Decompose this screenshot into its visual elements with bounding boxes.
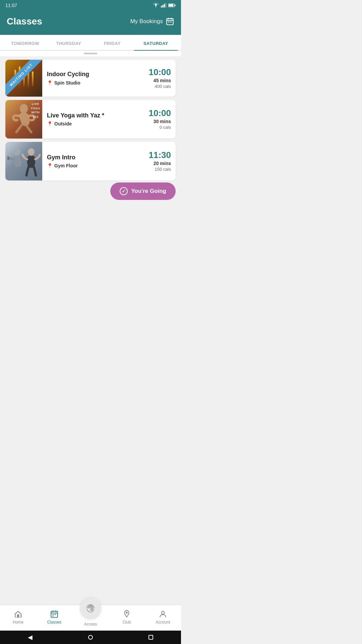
- tab-tomorrow[interactable]: TOMORROW: [3, 35, 47, 50]
- class-time-gym: 11:30 20 mins 150 cals: [142, 142, 176, 180]
- svg-rect-16: [7, 156, 9, 160]
- svg-rect-6: [175, 5, 175, 6]
- signal-icon: [161, 3, 166, 8]
- svg-point-14: [14, 148, 20, 156]
- my-bookings-button[interactable]: My Bookings: [130, 17, 174, 26]
- class-time-yoga: 10:00 30 mins 0 cals: [142, 100, 176, 139]
- class-name-cycling: Indoor Cycling: [47, 71, 137, 78]
- svg-point-13: [20, 104, 28, 113]
- svg-rect-11: [168, 21, 169, 22]
- page-title: Classes: [7, 16, 42, 27]
- youre-going-label: You're Going: [131, 188, 166, 195]
- check-circle-icon: ✓: [120, 187, 128, 195]
- class-card-indoor-cycling[interactable]: Indoor Cycling 📍 Spin Studio 10:00 45 mi…: [5, 60, 176, 97]
- class-image-yoga: LIVEYOGAWITHYAZ: [5, 100, 42, 139]
- gym-person-svg: [7, 145, 41, 178]
- youre-going-container: ✓ You're Going: [0, 182, 181, 203]
- svg-rect-1: [162, 5, 163, 7]
- class-location-gym: 📍 Gym Floor: [47, 163, 137, 168]
- svg-rect-2: [164, 4, 165, 7]
- class-location-yoga: 📍 Outside: [47, 121, 137, 126]
- class-name-gym: Gym Intro: [47, 154, 137, 161]
- header: Classes My Bookings: [0, 11, 181, 35]
- tab-thursday[interactable]: THURSDAY: [47, 35, 90, 50]
- class-info-cycling: Indoor Cycling 📍 Spin Studio: [42, 60, 142, 97]
- svg-rect-0: [161, 6, 162, 8]
- class-card-yoga[interactable]: LIVEYOGAWITHYAZ Live Yoga with Yaz * 📍 O…: [5, 100, 176, 139]
- classes-list: Indoor Cycling 📍 Spin Studio 10:00 45 mi…: [0, 56, 181, 184]
- location-pin-icon: 📍: [47, 80, 53, 86]
- class-time-cycling: 10:00 45 mins 400 cals: [142, 60, 176, 97]
- day-tabs: TOMORROW THURSDAY FRIDAY SATURDAY: [0, 35, 181, 51]
- location-pin-yoga-icon: 📍: [47, 121, 53, 126]
- class-name-yoga: Live Yoga with Yaz *: [47, 112, 137, 119]
- class-info-gym: Gym Intro 📍 Gym Floor: [42, 142, 142, 180]
- svg-rect-3: [165, 3, 166, 8]
- battery-icon: [168, 3, 176, 7]
- youre-going-button[interactable]: ✓ You're Going: [110, 182, 176, 200]
- svg-rect-12: [170, 21, 171, 22]
- bottom-spacer: [0, 203, 181, 244]
- yoga-text-overlay: LIVEYOGAWITHYAZ: [31, 102, 40, 119]
- svg-rect-5: [169, 4, 173, 6]
- my-bookings-label: My Bookings: [130, 18, 163, 25]
- svg-rect-7: [167, 18, 173, 24]
- class-location-cycling: 📍 Spin Studio: [47, 80, 137, 86]
- wifi-icon: [153, 3, 159, 8]
- status-time: 11:07: [5, 3, 17, 8]
- calendar-icon: [166, 17, 174, 26]
- class-image-cycling: [5, 60, 42, 97]
- class-image-gym: [5, 142, 42, 180]
- class-card-gym-intro[interactable]: Gym Intro 📍 Gym Floor 11:30 20 mins 150 …: [5, 142, 176, 180]
- svg-point-19: [28, 148, 35, 156]
- status-icons: [153, 3, 176, 8]
- location-pin-gym-icon: 📍: [47, 163, 53, 168]
- scroll-indicator: [0, 51, 181, 56]
- tab-saturday[interactable]: SATURDAY: [134, 35, 178, 50]
- class-info-yoga: Live Yoga with Yaz * 📍 Outside: [42, 100, 142, 139]
- tab-friday[interactable]: FRIDAY: [90, 35, 134, 50]
- status-bar: 11:07: [0, 0, 181, 11]
- svg-line-15: [9, 158, 13, 159]
- scroll-handle: [84, 53, 97, 54]
